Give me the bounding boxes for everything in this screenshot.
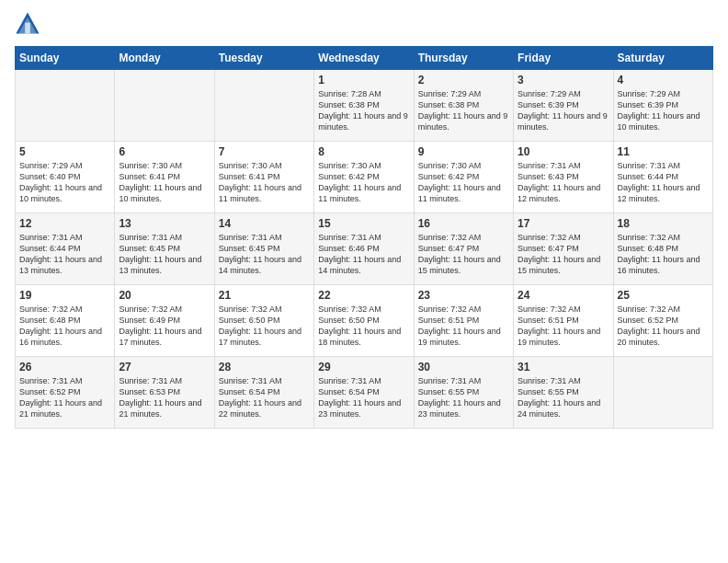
- calendar-cell: 11Sunrise: 7:31 AM Sunset: 6:44 PM Dayli…: [613, 142, 712, 213]
- weekday-row: SundayMondayTuesdayWednesdayThursdayFrid…: [16, 47, 713, 70]
- header: [15, 11, 713, 37]
- day-info: Sunrise: 7:32 AM Sunset: 6:48 PM Dayligh…: [19, 304, 110, 349]
- day-number: 9: [418, 145, 509, 158]
- day-info: Sunrise: 7:32 AM Sunset: 6:52 PM Dayligh…: [618, 304, 709, 349]
- day-info: Sunrise: 7:32 AM Sunset: 6:51 PM Dayligh…: [518, 304, 609, 349]
- day-number: 21: [219, 289, 310, 302]
- day-number: 27: [119, 361, 210, 373]
- calendar-cell: 25Sunrise: 7:32 AM Sunset: 6:52 PM Dayli…: [613, 285, 712, 357]
- weekday-header-saturday: Saturday: [613, 47, 712, 70]
- day-info: Sunrise: 7:31 AM Sunset: 6:53 PM Dayligh…: [119, 375, 210, 420]
- logo-icon: [15, 11, 40, 37]
- calendar-cell: 5Sunrise: 7:29 AM Sunset: 6:40 PM Daylig…: [16, 142, 115, 213]
- week-row-1: 1Sunrise: 7:28 AM Sunset: 6:38 PM Daylig…: [16, 70, 713, 142]
- calendar-cell: [16, 70, 115, 142]
- day-info: Sunrise: 7:29 AM Sunset: 6:39 PM Dayligh…: [518, 88, 609, 133]
- day-info: Sunrise: 7:29 AM Sunset: 6:38 PM Dayligh…: [418, 88, 509, 133]
- day-info: Sunrise: 7:30 AM Sunset: 6:42 PM Dayligh…: [318, 160, 409, 205]
- calendar-cell: 4Sunrise: 7:29 AM Sunset: 6:39 PM Daylig…: [613, 70, 712, 142]
- calendar-cell: 19Sunrise: 7:32 AM Sunset: 6:48 PM Dayli…: [16, 285, 115, 357]
- day-info: Sunrise: 7:31 AM Sunset: 6:55 PM Dayligh…: [518, 375, 609, 420]
- page: SundayMondayTuesdayWednesdayThursdayFrid…: [0, 0, 728, 563]
- calendar-cell: 16Sunrise: 7:32 AM Sunset: 6:47 PM Dayli…: [414, 213, 513, 285]
- day-number: 4: [618, 74, 709, 86]
- day-number: 26: [19, 361, 110, 373]
- calendar-cell: 31Sunrise: 7:31 AM Sunset: 6:55 PM Dayli…: [514, 357, 613, 429]
- day-info: Sunrise: 7:32 AM Sunset: 6:51 PM Dayligh…: [418, 304, 509, 349]
- day-number: 7: [219, 145, 310, 158]
- day-number: 3: [518, 74, 609, 86]
- calendar-cell: 20Sunrise: 7:32 AM Sunset: 6:49 PM Dayli…: [115, 285, 214, 357]
- svg-rect-2: [25, 23, 30, 34]
- calendar-cell: 27Sunrise: 7:31 AM Sunset: 6:53 PM Dayli…: [115, 357, 214, 429]
- day-number: 22: [318, 289, 409, 302]
- weekday-header-wednesday: Wednesday: [314, 47, 414, 70]
- week-row-3: 12Sunrise: 7:31 AM Sunset: 6:44 PM Dayli…: [16, 213, 713, 285]
- day-info: Sunrise: 7:32 AM Sunset: 6:47 PM Dayligh…: [518, 232, 609, 277]
- day-info: Sunrise: 7:31 AM Sunset: 6:45 PM Dayligh…: [219, 232, 310, 277]
- calendar-cell: 15Sunrise: 7:31 AM Sunset: 6:46 PM Dayli…: [314, 213, 414, 285]
- calendar-cell: 6Sunrise: 7:30 AM Sunset: 6:41 PM Daylig…: [115, 142, 214, 213]
- calendar-cell: 28Sunrise: 7:31 AM Sunset: 6:54 PM Dayli…: [214, 357, 313, 429]
- day-number: 8: [318, 145, 409, 158]
- week-row-2: 5Sunrise: 7:29 AM Sunset: 6:40 PM Daylig…: [16, 142, 713, 213]
- calendar-cell: 18Sunrise: 7:32 AM Sunset: 6:48 PM Dayli…: [613, 213, 712, 285]
- weekday-header-tuesday: Tuesday: [214, 47, 313, 70]
- logo: [15, 11, 44, 37]
- day-info: Sunrise: 7:32 AM Sunset: 6:47 PM Dayligh…: [418, 232, 509, 277]
- calendar-cell: 12Sunrise: 7:31 AM Sunset: 6:44 PM Dayli…: [16, 213, 115, 285]
- day-number: 6: [119, 145, 210, 158]
- day-info: Sunrise: 7:31 AM Sunset: 6:54 PM Dayligh…: [219, 375, 310, 420]
- calendar-cell: 2Sunrise: 7:29 AM Sunset: 6:38 PM Daylig…: [414, 70, 513, 142]
- calendar-cell: 23Sunrise: 7:32 AM Sunset: 6:51 PM Dayli…: [414, 285, 513, 357]
- calendar-cell: [115, 70, 214, 142]
- day-info: Sunrise: 7:31 AM Sunset: 6:46 PM Dayligh…: [318, 232, 409, 277]
- day-info: Sunrise: 7:30 AM Sunset: 6:41 PM Dayligh…: [219, 160, 310, 205]
- calendar-cell: 22Sunrise: 7:32 AM Sunset: 6:50 PM Dayli…: [314, 285, 414, 357]
- calendar-cell: [214, 70, 313, 142]
- day-info: Sunrise: 7:29 AM Sunset: 6:39 PM Dayligh…: [618, 88, 709, 133]
- day-info: Sunrise: 7:32 AM Sunset: 6:50 PM Dayligh…: [318, 304, 409, 349]
- weekday-header-friday: Friday: [514, 47, 613, 70]
- calendar-cell: 1Sunrise: 7:28 AM Sunset: 6:38 PM Daylig…: [314, 70, 414, 142]
- weekday-header-thursday: Thursday: [414, 47, 513, 70]
- calendar-cell: 21Sunrise: 7:32 AM Sunset: 6:50 PM Dayli…: [214, 285, 313, 357]
- calendar-cell: 24Sunrise: 7:32 AM Sunset: 6:51 PM Dayli…: [514, 285, 613, 357]
- day-info: Sunrise: 7:31 AM Sunset: 6:55 PM Dayligh…: [418, 375, 509, 420]
- calendar-cell: 9Sunrise: 7:30 AM Sunset: 6:42 PM Daylig…: [414, 142, 513, 213]
- calendar-cell: 29Sunrise: 7:31 AM Sunset: 6:54 PM Dayli…: [314, 357, 414, 429]
- day-info: Sunrise: 7:31 AM Sunset: 6:52 PM Dayligh…: [19, 375, 110, 420]
- day-number: 23: [418, 289, 509, 302]
- weekday-header-sunday: Sunday: [16, 47, 115, 70]
- week-row-5: 26Sunrise: 7:31 AM Sunset: 6:52 PM Dayli…: [16, 357, 713, 429]
- calendar-cell: 8Sunrise: 7:30 AM Sunset: 6:42 PM Daylig…: [314, 142, 414, 213]
- calendar-cell: 14Sunrise: 7:31 AM Sunset: 6:45 PM Dayli…: [214, 213, 313, 285]
- day-number: 19: [19, 289, 110, 302]
- day-info: Sunrise: 7:32 AM Sunset: 6:49 PM Dayligh…: [119, 304, 210, 349]
- calendar-table: SundayMondayTuesdayWednesdayThursdayFrid…: [15, 46, 713, 429]
- day-info: Sunrise: 7:30 AM Sunset: 6:41 PM Dayligh…: [119, 160, 210, 205]
- calendar-cell: 10Sunrise: 7:31 AM Sunset: 6:43 PM Dayli…: [514, 142, 613, 213]
- day-number: 2: [418, 74, 509, 86]
- day-number: 12: [19, 217, 110, 230]
- calendar-cell: 17Sunrise: 7:32 AM Sunset: 6:47 PM Dayli…: [514, 213, 613, 285]
- calendar-body: 1Sunrise: 7:28 AM Sunset: 6:38 PM Daylig…: [16, 70, 713, 429]
- day-number: 14: [219, 217, 310, 230]
- day-number: 17: [518, 217, 609, 230]
- calendar-cell: [613, 357, 712, 429]
- day-info: Sunrise: 7:31 AM Sunset: 6:44 PM Dayligh…: [618, 160, 709, 205]
- calendar-cell: 7Sunrise: 7:30 AM Sunset: 6:41 PM Daylig…: [214, 142, 313, 213]
- day-number: 24: [518, 289, 609, 302]
- day-number: 11: [618, 145, 709, 158]
- day-number: 18: [618, 217, 709, 230]
- day-number: 5: [19, 145, 110, 158]
- day-number: 28: [219, 361, 310, 373]
- day-number: 15: [318, 217, 409, 230]
- day-info: Sunrise: 7:29 AM Sunset: 6:40 PM Dayligh…: [19, 160, 110, 205]
- day-info: Sunrise: 7:31 AM Sunset: 6:43 PM Dayligh…: [518, 160, 609, 205]
- calendar-cell: 30Sunrise: 7:31 AM Sunset: 6:55 PM Dayli…: [414, 357, 513, 429]
- calendar-header: SundayMondayTuesdayWednesdayThursdayFrid…: [16, 47, 713, 70]
- weekday-header-monday: Monday: [115, 47, 214, 70]
- week-row-4: 19Sunrise: 7:32 AM Sunset: 6:48 PM Dayli…: [16, 285, 713, 357]
- day-number: 10: [518, 145, 609, 158]
